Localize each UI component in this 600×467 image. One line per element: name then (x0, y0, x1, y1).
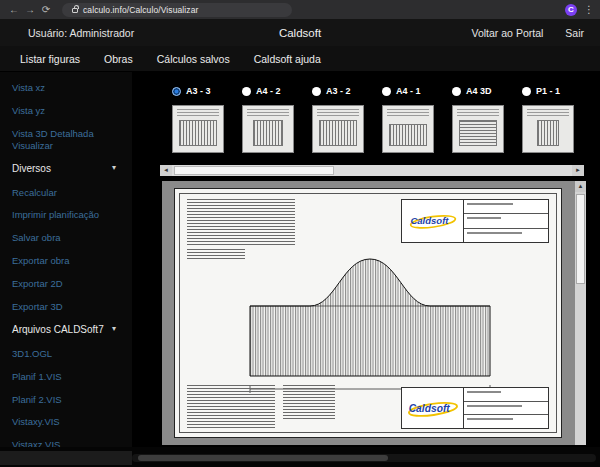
app-header: Usuário: Administrador Caldsoft Voltar a… (0, 19, 600, 46)
thumbnail-sketch (319, 120, 357, 146)
horizontal-scrollbar[interactable]: ◄ ► (160, 165, 584, 176)
logout-link[interactable]: Sair (565, 27, 584, 39)
notes-text-block (187, 385, 275, 429)
sidebar-item-exportar-3d[interactable]: Exportar 3D (12, 301, 116, 313)
sidebar-item-vistaxz-vis[interactable]: Vistaxz.VIS (12, 439, 116, 447)
thumbnail-sketch (179, 120, 217, 146)
browser-menu-icon[interactable]: ⋮ (584, 4, 594, 15)
notes-text-block (283, 385, 335, 419)
menu-obras[interactable]: Obras (104, 53, 133, 65)
back-icon[interactable]: ← (6, 4, 22, 15)
preview-scrollbar-thumb[interactable] (576, 194, 585, 284)
thumbnail-a4-3d[interactable] (452, 105, 504, 153)
preview-vertical-scrollbar[interactable]: ▲ (575, 181, 586, 445)
sidebar-section-label: Diversos (12, 163, 51, 174)
sidebar-item-recalcular[interactable]: Recalcular (12, 187, 116, 199)
browser-chrome: ← → ⟳ calculo.info/Calculo/Visualizar C … (0, 0, 600, 19)
reload-icon[interactable]: ⟳ (38, 4, 54, 15)
title-block-bottom: Caldsoft (401, 387, 549, 429)
thumbnail-sketch (253, 120, 283, 146)
title-block-row (464, 402, 548, 416)
sidebar-item-vista-xz[interactable]: Vista xz (12, 82, 116, 94)
scroll-right-icon[interactable]: ► (572, 165, 584, 176)
scrollbar-corner (0, 451, 132, 465)
title-block-row (464, 229, 548, 242)
menu-calculos-salvos[interactable]: Cálculos salvos (157, 53, 230, 65)
sidebar-item-salvar-obra[interactable]: Salvar obra (12, 232, 116, 244)
page-horizontal-scrollbar[interactable] (132, 454, 596, 462)
format-label: A3 - 3 (186, 86, 211, 96)
menu-caldsoft-ajuda[interactable]: Caldsoft ajuda (254, 53, 321, 65)
radio-icon[interactable] (312, 87, 321, 96)
url-text: calculo.info/Calculo/Visualizar (83, 5, 198, 15)
forward-icon[interactable]: → (22, 4, 38, 15)
thumbnail-sketch (527, 109, 569, 116)
title-block-row (464, 388, 548, 402)
sidebar-item-planif1-vis[interactable]: Planif 1.VIS (12, 371, 116, 383)
thumbnail-sketch (317, 109, 359, 116)
sidebar-section-arquivos[interactable]: Arquivos CALDSoft7 ▾ (12, 324, 116, 335)
format-option-p1-1[interactable]: P1 - 1 (522, 86, 592, 96)
drawing-preview: Caldsoft (162, 181, 586, 445)
thumbnail-a3-3[interactable] (172, 105, 224, 153)
format-option-a4-1[interactable]: A4 - 1 (382, 86, 452, 96)
thumbnail-sketch (247, 109, 289, 116)
sidebar-section-diversos[interactable]: Diversos ▾ (12, 163, 116, 174)
thumbnail-p1-1[interactable] (522, 105, 574, 153)
bottom-bar (0, 447, 600, 467)
thumbnail-a4-1[interactable] (382, 105, 434, 153)
scroll-up-icon[interactable]: ▲ (575, 181, 586, 192)
scroll-left-icon[interactable]: ◄ (160, 165, 172, 176)
format-label: A4 - 2 (256, 86, 281, 96)
thumbnail-a4-2[interactable] (242, 105, 294, 153)
format-selector: A3 - 3 A4 - 2 A3 - 2 A4 - 1 A4 3D P1 - 1 (172, 86, 592, 96)
radio-icon[interactable] (382, 87, 391, 96)
sidebar-item-vistaxy-vis[interactable]: Vistaxy.VIS (12, 416, 116, 428)
sidebar-item-exportar-obra[interactable]: Exportar obra (12, 255, 116, 267)
thumbnail-sketch (457, 109, 499, 116)
format-label: A4 3D (466, 86, 492, 96)
radio-icon[interactable] (452, 87, 461, 96)
sidebar-item-vista-yz[interactable]: Vista yz (12, 105, 116, 117)
page-scrollbar-thumb[interactable] (138, 455, 388, 461)
sidebar: Vista xz Vista yz Vista 3D Detalhada Vis… (0, 72, 132, 447)
address-bar[interactable]: calculo.info/Calculo/Visualizar (62, 3, 292, 17)
thumbnail-sketch (177, 109, 219, 116)
sidebar-item-vista-3d[interactable]: Vista 3D Detalhada Visualizar (12, 128, 116, 152)
drawing-sheet: Caldsoft (174, 188, 562, 438)
parameters-text-block (187, 249, 245, 261)
sidebar-item-imprimir-planificacao[interactable]: Imprimir planificação (12, 209, 116, 221)
caldsoft-logo: Caldsoft (402, 388, 464, 428)
profile-avatar[interactable]: C (565, 4, 577, 16)
format-label: A4 - 1 (396, 86, 421, 96)
radio-icon[interactable] (522, 87, 531, 96)
chevron-down-icon: ▾ (112, 324, 116, 335)
thumbnail-sketch (537, 120, 559, 146)
sidebar-item-exportar-2d[interactable]: Exportar 2D (12, 278, 116, 290)
title-block-row (464, 214, 548, 228)
caldsoft-logo: Caldsoft (402, 200, 464, 242)
format-option-a4-3d[interactable]: A4 3D (452, 86, 522, 96)
radio-icon[interactable] (242, 87, 251, 96)
format-label: P1 - 1 (536, 86, 560, 96)
sidebar-item-3d1-ogl[interactable]: 3D1.OGL (12, 348, 116, 360)
thumbnail-sketch (459, 120, 497, 146)
horizontal-scrollbar-thumb[interactable] (174, 166, 334, 175)
format-option-a4-2[interactable]: A4 - 2 (242, 86, 312, 96)
sidebar-item-planif2-vis[interactable]: Planif 2.VIS (12, 394, 116, 406)
format-option-a3-2[interactable]: A3 - 2 (312, 86, 382, 96)
thumbnail-a3-2[interactable] (312, 105, 364, 153)
title-block-row (464, 200, 548, 214)
portal-link[interactable]: Voltar ao Portal (472, 27, 544, 39)
sidebar-section-label: Arquivos CALDSoft7 (12, 324, 104, 335)
planification-drawing (245, 251, 495, 397)
title-block-top: Caldsoft (401, 199, 549, 243)
lock-icon (72, 8, 78, 13)
format-option-a3-3[interactable]: A3 - 3 (172, 86, 242, 96)
title-block-row (464, 415, 548, 428)
format-label: A3 - 2 (326, 86, 351, 96)
main-content: A3 - 3 A4 - 2 A3 - 2 A4 - 1 A4 3D P1 - 1 (132, 72, 600, 447)
logo-text: Caldsoft (408, 403, 450, 414)
menu-listar-figuras[interactable]: Listar figuras (20, 53, 80, 65)
radio-selected-icon[interactable] (172, 87, 181, 96)
